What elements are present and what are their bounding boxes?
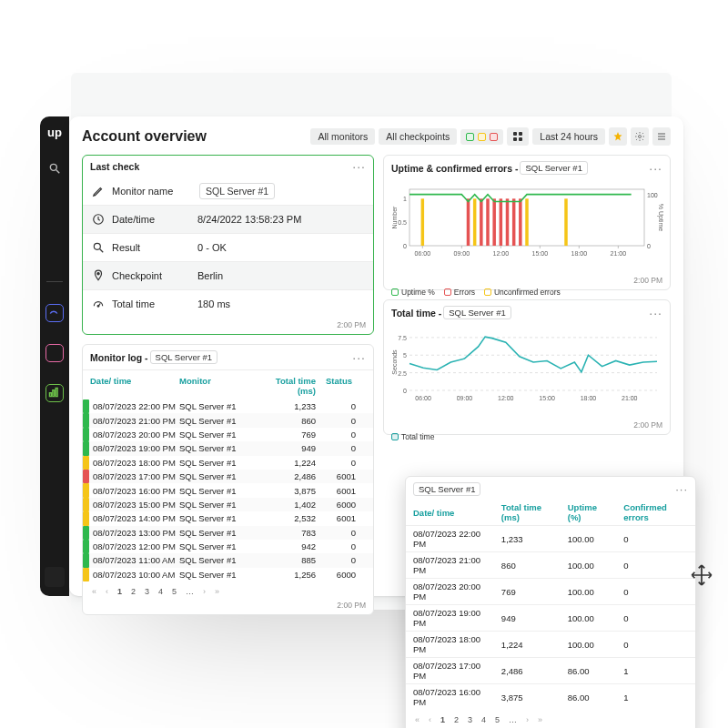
total-time-chart-plot: 02.557.506:0009:0012:0015:0018:0021:00Se… — [384, 325, 670, 429]
column-header[interactable]: Confirmed errors — [616, 500, 695, 526]
pager-item[interactable]: « — [413, 715, 421, 724]
sidebar-nav-1[interactable] — [46, 304, 64, 322]
sidebar-bottom-item[interactable] — [45, 567, 65, 587]
pager-item[interactable]: 3 — [466, 715, 474, 724]
table-row[interactable]: 08/07/2023 16:00 PMSQL Server #13,875600… — [83, 483, 373, 497]
table-row[interactable]: 08/07/2023 10:00 AMSQL Server #11,256600… — [83, 568, 373, 581]
card-menu-icon[interactable]: ··· — [649, 309, 662, 317]
pager-item[interactable]: 1 — [439, 715, 447, 724]
field-value: 8/24/2022 13:58:23 PM — [197, 214, 301, 225]
table-row[interactable]: 08/07/2023 22:00 PM1,233100.000 — [406, 526, 695, 552]
table-row[interactable]: 08/07/2023 12:00 PMSQL Server #19420 — [83, 540, 373, 553]
svg-text:1: 1 — [403, 196, 407, 202]
pager-item[interactable]: 4 — [480, 715, 488, 724]
svg-rect-3 — [53, 390, 55, 397]
card-menu-icon[interactable]: ··· — [352, 163, 366, 170]
table-row[interactable]: 08/07/2023 11:00 AMSQL Server #18850 — [83, 553, 373, 567]
monitor-tag[interactable]: SQL Server #1 — [520, 161, 587, 175]
pager: «‹12345…›» — [83, 581, 373, 611]
status-bar — [83, 511, 89, 525]
pager-item[interactable]: 2 — [129, 587, 137, 596]
column-header[interactable]: Uptime (%) — [561, 500, 617, 526]
table-row[interactable]: 08/07/2023 19:00 PM949100.000 — [406, 605, 695, 632]
card-menu-icon[interactable]: ··· — [675, 486, 688, 493]
pager-item[interactable]: ‹ — [104, 587, 110, 596]
table-row[interactable]: 08/07/2023 18:00 PMSQL Server #11,2240 — [83, 456, 373, 470]
pager-item[interactable]: 3 — [143, 587, 151, 596]
layout-grid-toggle[interactable] — [507, 127, 529, 146]
svg-text:12:00: 12:00 — [493, 250, 510, 257]
pager-item[interactable]: 1 — [116, 587, 124, 596]
favorite-button[interactable] — [609, 127, 627, 146]
table-row[interactable]: 08/07/2023 19:00 PMSQL Server #19490 — [83, 441, 373, 455]
filter-checkpoints[interactable]: All checkpoints — [379, 128, 457, 145]
table-row[interactable]: 08/07/2023 13:00 PMSQL Server #17830 — [83, 526, 373, 540]
table-row[interactable]: 08/07/2023 18:00 PM1,224100.000 — [406, 632, 695, 658]
table-row[interactable]: 08/07/2023 21:00 PM860100.000 — [406, 552, 695, 579]
monitor-tag[interactable]: SQL Server #1 — [413, 482, 480, 496]
table-row[interactable]: 08/07/2023 17:00 PMSQL Server #12,486600… — [83, 470, 373, 483]
table-row[interactable]: 08/07/2023 21:00 PMSQL Server #18600 — [83, 413, 373, 427]
monitor-log-rows: 08/07/2023 22:00 PMSQL Server #11,2330 0… — [83, 399, 373, 581]
status-bar — [83, 526, 89, 540]
svg-text:06:00: 06:00 — [415, 250, 431, 257]
settings-button[interactable] — [631, 127, 649, 146]
pager-item[interactable]: 5 — [493, 715, 501, 724]
pager-item[interactable]: … — [184, 587, 196, 596]
card-menu-icon[interactable]: ··· — [649, 165, 662, 172]
search-icon[interactable] — [47, 161, 62, 176]
svg-line-1 — [56, 170, 60, 174]
table-row[interactable]: 08/07/2023 20:00 PMSQL Server #17690 — [83, 428, 373, 441]
card-timestamp: 2:00 PM — [633, 276, 662, 285]
monitor-tag[interactable]: SQL Server #1 — [150, 350, 217, 364]
column-header[interactable]: Total time (ms) — [494, 500, 561, 526]
sidebar-nav-3[interactable] — [46, 384, 64, 402]
pager-item[interactable]: › — [201, 587, 207, 596]
pager: «‹12345…›» — [406, 710, 695, 728]
column-header[interactable]: Date/ time — [406, 500, 494, 526]
status-bar — [83, 470, 89, 483]
table-row[interactable]: 08/07/2023 22:00 PMSQL Server #11,2330 — [83, 399, 373, 413]
svg-rect-43 — [500, 198, 503, 246]
pager-item[interactable]: ‹ — [427, 715, 433, 724]
pager-item[interactable]: … — [507, 715, 519, 724]
pager-item[interactable]: « — [90, 587, 98, 596]
field-label: Total time — [112, 298, 197, 309]
filter-monitors[interactable]: All monitors — [310, 128, 375, 145]
status-bar — [83, 413, 89, 427]
card-title: Last check — [90, 161, 139, 172]
sidebar-nav-2[interactable] — [46, 344, 64, 362]
menu-button[interactable] — [652, 127, 671, 146]
status-color-filter[interactable] — [460, 129, 503, 145]
column-header[interactable]: Date/ time — [90, 376, 179, 396]
table-row[interactable]: 08/07/2023 15:00 PMSQL Server #11,402600… — [83, 498, 373, 511]
svg-text:18:00: 18:00 — [571, 250, 588, 257]
table-row[interactable]: 08/07/2023 16:00 PM3,87586.001 — [406, 684, 695, 711]
pager-item[interactable]: 2 — [452, 715, 460, 724]
pager-item[interactable]: 4 — [157, 587, 165, 596]
pager-item[interactable]: » — [213, 587, 221, 596]
pencil-icon — [92, 185, 112, 197]
svg-rect-8 — [519, 137, 522, 141]
column-header[interactable]: Total time (ms) — [259, 376, 316, 396]
pager-item[interactable]: » — [536, 715, 544, 724]
table-row[interactable]: 08/07/2023 14:00 PMSQL Server #12,532600… — [83, 511, 373, 525]
svg-rect-48 — [564, 198, 568, 246]
time-range-picker[interactable]: Last 24 hours — [532, 128, 605, 145]
status-bar — [83, 483, 89, 497]
status-bar — [83, 441, 89, 455]
pager-item[interactable]: 5 — [170, 587, 178, 596]
table-row[interactable]: 08/07/2023 17:00 PM2,48686.001 — [406, 658, 695, 684]
card-timestamp: 2:00 PM — [633, 420, 662, 430]
card-menu-icon[interactable]: ··· — [352, 354, 366, 361]
column-header[interactable]: Status — [316, 376, 358, 396]
column-header[interactable]: Monitor — [179, 376, 259, 396]
pager-item[interactable]: › — [524, 715, 531, 724]
uptime-chart-plot: 00.51010006:0009:0012:0015:0018:0021:00N… — [384, 180, 670, 284]
card-title: Total time - — [391, 308, 441, 318]
uptime-chart-card: Uptime & confirmed errors - SQL Server #… — [383, 155, 671, 290]
monitor-tag[interactable]: SQL Server #1 — [443, 306, 511, 319]
table-row[interactable]: 08/07/2023 20:00 PM769100.000 — [406, 579, 695, 605]
svg-text:5: 5 — [403, 352, 407, 359]
data-popup-panel[interactable]: SQL Server #1 ··· Date/ time Total time … — [405, 476, 696, 728]
